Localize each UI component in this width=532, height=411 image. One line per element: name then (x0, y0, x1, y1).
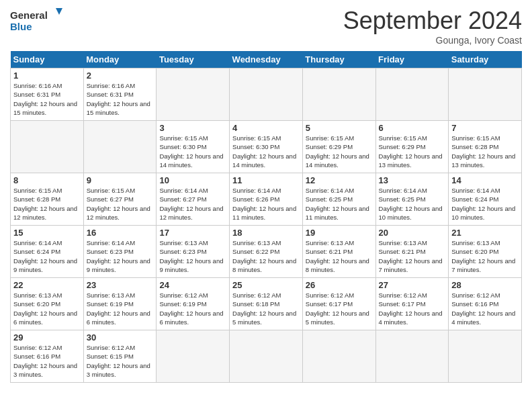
day-number: 23 (87, 280, 154, 290)
table-row: 17 Sunrise: 6:13 AMSunset: 6:23 PMDaylig… (157, 226, 230, 278)
table-row: 18 Sunrise: 6:13 AMSunset: 6:22 PMDaylig… (230, 226, 303, 278)
day-info: Sunrise: 6:15 AMSunset: 6:29 PMDaylight:… (306, 134, 373, 169)
day-info: Sunrise: 6:13 AMSunset: 6:21 PMDaylight:… (306, 238, 373, 274)
day-number: 8 (13, 175, 81, 185)
day-number: 26 (306, 280, 373, 290)
day-info: Sunrise: 6:13 AMSunset: 6:20 PMDaylight:… (13, 291, 81, 326)
table-row: 6 Sunrise: 6:15 AMSunset: 6:29 PMDayligh… (375, 121, 449, 173)
table-row: 15 Sunrise: 6:14 AMSunset: 6:24 PMDaylig… (11, 226, 84, 278)
day-number: 24 (159, 280, 226, 290)
day-number: 12 (306, 175, 373, 185)
calendar-week-2: 8 Sunrise: 6:15 AMSunset: 6:28 PMDayligh… (11, 173, 522, 226)
table-row (449, 330, 522, 383)
calendar-week-3: 15 Sunrise: 6:14 AMSunset: 6:24 PMDaylig… (11, 226, 522, 278)
col-wednesday: Wednesday (230, 51, 303, 68)
day-info: Sunrise: 6:12 AMSunset: 6:16 PMDaylight:… (451, 291, 519, 326)
day-number: 4 (232, 123, 300, 133)
logo: General Blue (10, 7, 64, 35)
table-row: 12 Sunrise: 6:14 AMSunset: 6:25 PMDaylig… (302, 173, 375, 226)
table-row: 10 Sunrise: 6:14 AMSunset: 6:27 PMDaylig… (157, 173, 230, 226)
table-row: 24 Sunrise: 6:12 AMSunset: 6:19 PMDaylig… (157, 278, 230, 330)
day-info: Sunrise: 6:14 AMSunset: 6:26 PMDaylight:… (232, 186, 300, 222)
col-thursday: Thursday (302, 51, 375, 68)
day-info: Sunrise: 6:12 AMSunset: 6:17 PMDaylight:… (306, 291, 373, 326)
col-sunday: Sunday (11, 51, 84, 68)
day-number: 15 (13, 228, 81, 238)
logo-svg: General Blue (10, 7, 64, 35)
col-monday: Monday (83, 51, 157, 68)
calendar-week-4: 22 Sunrise: 6:13 AMSunset: 6:20 PMDaylig… (11, 278, 522, 330)
page-container: General Blue September 2024 Gounga, Ivor… (0, 0, 532, 390)
day-info: Sunrise: 6:15 AMSunset: 6:30 PMDaylight:… (159, 134, 226, 169)
title-section: September 2024 Gounga, Ivory Coast (343, 7, 522, 46)
day-info: Sunrise: 6:14 AMSunset: 6:23 PMDaylight:… (87, 238, 154, 274)
header-row: Sunday Monday Tuesday Wednesday Thursday… (11, 51, 522, 68)
table-row (375, 330, 449, 383)
table-row (302, 68, 375, 121)
col-tuesday: Tuesday (157, 51, 230, 68)
table-row: 27 Sunrise: 6:12 AMSunset: 6:17 PMDaylig… (375, 278, 449, 330)
day-number: 28 (451, 280, 519, 290)
table-row: 9 Sunrise: 6:15 AMSunset: 6:27 PMDayligh… (83, 173, 157, 226)
day-info: Sunrise: 6:13 AMSunset: 6:20 PMDaylight:… (451, 238, 519, 274)
day-info: Sunrise: 6:14 AMSunset: 6:25 PMDaylight:… (379, 186, 446, 222)
table-row: 8 Sunrise: 6:15 AMSunset: 6:28 PMDayligh… (11, 173, 84, 226)
day-number: 10 (159, 175, 226, 185)
table-row: 4 Sunrise: 6:15 AMSunset: 6:30 PMDayligh… (230, 121, 303, 173)
day-info: Sunrise: 6:14 AMSunset: 6:25 PMDaylight:… (306, 186, 373, 222)
day-number: 7 (451, 123, 519, 133)
day-number: 2 (87, 71, 154, 81)
day-info: Sunrise: 6:13 AMSunset: 6:21 PMDaylight:… (379, 238, 446, 274)
svg-marker-2 (56, 8, 62, 15)
svg-text:General: General (10, 9, 48, 21)
day-number: 14 (451, 175, 519, 185)
table-row: 21 Sunrise: 6:13 AMSunset: 6:20 PMDaylig… (449, 226, 522, 278)
day-number: 27 (379, 280, 446, 290)
table-row (157, 330, 230, 383)
day-number: 5 (306, 123, 373, 133)
table-row (11, 121, 84, 173)
table-row: 13 Sunrise: 6:14 AMSunset: 6:25 PMDaylig… (375, 173, 449, 226)
day-info: Sunrise: 6:12 AMSunset: 6:16 PMDaylight:… (13, 343, 81, 379)
day-number: 9 (87, 175, 154, 185)
day-number: 11 (232, 175, 300, 185)
table-row (230, 330, 303, 383)
day-info: Sunrise: 6:15 AMSunset: 6:29 PMDaylight:… (379, 134, 446, 169)
table-row: 20 Sunrise: 6:13 AMSunset: 6:21 PMDaylig… (375, 226, 449, 278)
day-number: 21 (451, 228, 519, 238)
day-number: 30 (87, 332, 154, 342)
table-row: 7 Sunrise: 6:15 AMSunset: 6:28 PMDayligh… (449, 121, 522, 173)
day-info: Sunrise: 6:14 AMSunset: 6:24 PMDaylight:… (13, 238, 81, 274)
svg-text:Blue: Blue (10, 21, 32, 32)
table-row: 26 Sunrise: 6:12 AMSunset: 6:17 PMDaylig… (302, 278, 375, 330)
day-number: 29 (13, 332, 81, 342)
day-info: Sunrise: 6:12 AMSunset: 6:18 PMDaylight:… (232, 291, 300, 326)
table-row (302, 330, 375, 383)
day-info: Sunrise: 6:12 AMSunset: 6:15 PMDaylight:… (87, 343, 154, 379)
day-info: Sunrise: 6:14 AMSunset: 6:27 PMDaylight:… (159, 186, 226, 222)
table-row (230, 68, 303, 121)
table-row: 5 Sunrise: 6:15 AMSunset: 6:29 PMDayligh… (302, 121, 375, 173)
day-info: Sunrise: 6:13 AMSunset: 6:19 PMDaylight:… (87, 291, 154, 326)
table-row: 29 Sunrise: 6:12 AMSunset: 6:16 PMDaylig… (11, 330, 84, 383)
day-number: 25 (232, 280, 300, 290)
table-row: 28 Sunrise: 6:12 AMSunset: 6:16 PMDaylig… (449, 278, 522, 330)
day-number: 6 (379, 123, 446, 133)
day-number: 3 (159, 123, 226, 133)
table-row (83, 121, 157, 173)
day-info: Sunrise: 6:12 AMSunset: 6:17 PMDaylight:… (379, 291, 446, 326)
calendar-week-1: 3 Sunrise: 6:15 AMSunset: 6:30 PMDayligh… (11, 121, 522, 173)
day-info: Sunrise: 6:15 AMSunset: 6:28 PMDaylight:… (13, 186, 81, 222)
calendar-week-5: 29 Sunrise: 6:12 AMSunset: 6:16 PMDaylig… (11, 330, 522, 383)
table-row (449, 68, 522, 121)
table-row: 2 Sunrise: 6:16 AMSunset: 6:31 PMDayligh… (83, 68, 157, 121)
table-row: 30 Sunrise: 6:12 AMSunset: 6:15 PMDaylig… (83, 330, 157, 383)
day-number: 1 (13, 71, 81, 81)
header: General Blue September 2024 Gounga, Ivor… (10, 7, 522, 46)
day-number: 18 (232, 228, 300, 238)
day-number: 16 (87, 228, 154, 238)
day-number: 13 (379, 175, 446, 185)
calendar-week-0: 1 Sunrise: 6:16 AMSunset: 6:31 PMDayligh… (11, 68, 522, 121)
table-row: 14 Sunrise: 6:14 AMSunset: 6:24 PMDaylig… (449, 173, 522, 226)
day-info: Sunrise: 6:16 AMSunset: 6:31 PMDaylight:… (87, 81, 154, 117)
